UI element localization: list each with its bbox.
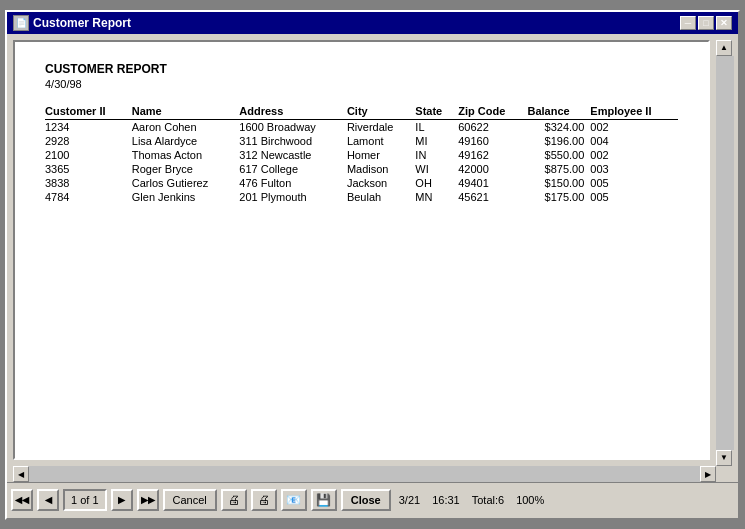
- cell-address: 312 Newcastle: [239, 148, 347, 162]
- cell-city: Homer: [347, 148, 415, 162]
- cell-state: MI: [415, 134, 458, 148]
- table-row: 2928Lisa Alardyce311 BirchwoodLamontMI49…: [45, 134, 678, 148]
- cell-state: WI: [415, 162, 458, 176]
- title-bar: 📄 Customer Report ─ □ ✕: [7, 12, 738, 34]
- cell-address: 311 Birchwood: [239, 134, 347, 148]
- cell-zip: 45621: [458, 190, 527, 204]
- scroll-up-button[interactable]: ▲: [716, 40, 732, 56]
- cell-balance: $875.00: [527, 162, 590, 176]
- cell-balance: $196.00: [527, 134, 590, 148]
- cell-name: Thomas Acton: [132, 148, 240, 162]
- cell-balance: $550.00: [527, 148, 590, 162]
- scroll-track-vertical[interactable]: [716, 56, 734, 450]
- cell-id: 3365: [45, 162, 132, 176]
- cell-city: Jackson: [347, 176, 415, 190]
- statusbar: ◀◀ ◀ 1 of 1 ▶ ▶▶ Cancel 🖨 🖨 📧 💾 Close 3/…: [7, 482, 738, 518]
- cell-city: Lamont: [347, 134, 415, 148]
- cell-balance: $150.00: [527, 176, 590, 190]
- cell-emp_id: 005: [590, 190, 678, 204]
- col-header-zip: Zip Code: [458, 104, 527, 120]
- report-table: Customer II Name Address City State Zip …: [45, 104, 678, 204]
- main-window: 📄 Customer Report ─ □ ✕ CUSTOMER REPORT …: [5, 10, 740, 520]
- cell-state: IN: [415, 148, 458, 162]
- scroll-track-horizontal[interactable]: [29, 466, 700, 482]
- nav-prev-button[interactable]: ◀: [37, 489, 59, 511]
- close-button[interactable]: ✕: [716, 16, 732, 30]
- title-bar-left: 📄 Customer Report: [13, 15, 131, 31]
- report-title: CUSTOMER REPORT: [45, 62, 678, 76]
- cell-city: Riverdale: [347, 119, 415, 134]
- cell-name: Aaron Cohen: [132, 119, 240, 134]
- cell-city: Beulah: [347, 190, 415, 204]
- cell-state: MN: [415, 190, 458, 204]
- col-header-state: State: [415, 104, 458, 120]
- col-header-city: City: [347, 104, 415, 120]
- minimize-button[interactable]: ─: [680, 16, 696, 30]
- scroll-left-button[interactable]: ◀: [13, 466, 29, 482]
- scroll-right-button[interactable]: ▶: [700, 466, 716, 482]
- cell-state: OH: [415, 176, 458, 190]
- cell-zip: 49162: [458, 148, 527, 162]
- cell-id: 1234: [45, 119, 132, 134]
- report-area: CUSTOMER REPORT 4/30/98 Customer II Name…: [13, 40, 710, 460]
- cancel-button[interactable]: Cancel: [163, 489, 217, 511]
- status-date: 3/21: [395, 494, 424, 506]
- col-header-name: Name: [132, 104, 240, 120]
- cell-zip: 49160: [458, 134, 527, 148]
- table-row: 2100Thomas Acton312 NewcastleHomerIN4916…: [45, 148, 678, 162]
- cell-emp_id: 002: [590, 148, 678, 162]
- table-header-row: Customer II Name Address City State Zip …: [45, 104, 678, 120]
- nav-first-button[interactable]: ◀◀: [11, 489, 33, 511]
- title-controls: ─ □ ✕: [680, 16, 732, 30]
- nav-next-button[interactable]: ▶: [111, 489, 133, 511]
- main-body: CUSTOMER REPORT 4/30/98 Customer II Name…: [7, 34, 738, 466]
- cell-balance: $324.00: [527, 119, 590, 134]
- cell-emp_id: 004: [590, 134, 678, 148]
- cell-address: 1600 Broadway: [239, 119, 347, 134]
- cell-address: 201 Plymouth: [239, 190, 347, 204]
- cell-name: Lisa Alardyce: [132, 134, 240, 148]
- cell-id: 3838: [45, 176, 132, 190]
- cell-emp_id: 003: [590, 162, 678, 176]
- cell-id: 4784: [45, 190, 132, 204]
- cell-city: Madison: [347, 162, 415, 176]
- cell-zip: 42000: [458, 162, 527, 176]
- cell-zip: 60622: [458, 119, 527, 134]
- cell-name: Roger Bryce: [132, 162, 240, 176]
- table-row: 1234Aaron Cohen1600 BroadwayRiverdaleIL6…: [45, 119, 678, 134]
- col-header-id: Customer II: [45, 104, 132, 120]
- cell-name: Carlos Gutierez: [132, 176, 240, 190]
- cell-id: 2100: [45, 148, 132, 162]
- cell-address: 617 College: [239, 162, 347, 176]
- page-indicator: 1 of 1: [63, 489, 107, 511]
- save-icon[interactable]: 💾: [311, 489, 337, 511]
- nav-last-button[interactable]: ▶▶: [137, 489, 159, 511]
- cell-balance: $175.00: [527, 190, 590, 204]
- col-header-balance: Balance: [527, 104, 590, 120]
- status-total: Total:6: [468, 494, 508, 506]
- cell-state: IL: [415, 119, 458, 134]
- cell-id: 2928: [45, 134, 132, 148]
- right-scrollbar: ▲ ▼: [716, 40, 734, 466]
- horizontal-scrollbar: ◀ ▶: [13, 466, 716, 482]
- maximize-button[interactable]: □: [698, 16, 714, 30]
- print-icon[interactable]: 🖨: [251, 489, 277, 511]
- scroll-down-button[interactable]: ▼: [716, 450, 732, 466]
- cell-emp_id: 005: [590, 176, 678, 190]
- status-zoom: 100%: [512, 494, 548, 506]
- window-title: Customer Report: [33, 16, 131, 30]
- table-row: 3838Carlos Gutierez476 FultonJacksonOH49…: [45, 176, 678, 190]
- table-row: 3365Roger Bryce617 CollegeMadisonWI42000…: [45, 162, 678, 176]
- cell-zip: 49401: [458, 176, 527, 190]
- window-icon: 📄: [13, 15, 29, 31]
- cell-name: Glen Jenkins: [132, 190, 240, 204]
- col-header-empid: Employee II: [590, 104, 678, 120]
- print-preview-icon[interactable]: 🖨: [221, 489, 247, 511]
- table-row: 4784Glen Jenkins201 PlymouthBeulahMN4562…: [45, 190, 678, 204]
- table-body: 1234Aaron Cohen1600 BroadwayRiverdaleIL6…: [45, 119, 678, 204]
- close-button[interactable]: Close: [341, 489, 391, 511]
- export-icon[interactable]: 📧: [281, 489, 307, 511]
- cell-address: 476 Fulton: [239, 176, 347, 190]
- report-date: 4/30/98: [45, 78, 678, 90]
- col-header-address: Address: [239, 104, 347, 120]
